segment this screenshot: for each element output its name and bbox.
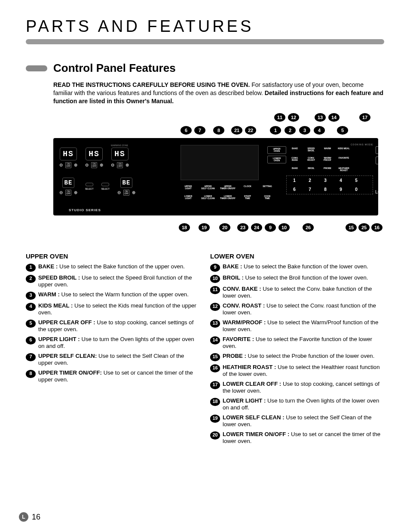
feature-term: FAVORITE : [223,336,254,342]
feature-badge: 6 [26,336,36,344]
minus-icon: ⊖ [117,190,121,195]
feature-term: LOWER CLEAR OFF : [223,381,281,387]
feature-text: UPPER TIMER ON/OFF: Use to set or cancel… [38,369,200,384]
feature-term: BAKE : [223,263,242,270]
lower-oven-column: LOWER OVEN 9BAKE : Use to select the Bak… [210,249,384,448]
broil-btn-lower: BROIL [303,166,319,173]
feature-badge: 9 [210,264,220,272]
callout-4: 4 [314,126,325,135]
lower-oven-mode-row1: LOWEROVEN CONV.BAKE CONV.ROAST WARM/PROO… [267,156,373,163]
lower-oven-label: LOWEROVEN [267,156,286,163]
feature-item: 7UPPER SELF CLEAN: Use to select the Sel… [26,353,200,367]
feature-badge: 3 [26,292,36,300]
bake-btn: BAKE [287,146,303,154]
feature-badge: 15 [210,353,220,361]
feature-badge: 4 [26,303,36,311]
lower-clear-off-btn: LOWERCLEAR OFF [376,157,378,164]
studio-series-label: STUDIO SERIES [69,208,101,212]
callout-10: 10 [278,223,290,232]
callout-row-top-right-upper: 11 12 13 14 17 [274,113,370,122]
feature-item: 1BAKE : Use to select the Bake function … [26,263,200,272]
feature-item: 9BAKE : Use to select the Bake function … [210,263,384,272]
page-number: L 16 [19,512,40,522]
feature-desc: Use to select the Bake function of the l… [242,263,368,270]
onoff-btn-5: ONOFF [123,190,129,196]
callout-15: 15 [346,223,357,232]
callout-row-top-right-lower: 1 2 3 4 5 [270,126,348,135]
feature-badge: 20 [210,431,220,440]
control-panel: WARMING ZONE HS ⊖ONOFF⊕ HS ⊖ONOFF⊕ HS ⊖O… [53,138,378,215]
callout-5: 5 [337,126,348,135]
num-5: 5 [349,176,364,185]
feature-term: PROBE : [223,353,246,359]
minus-icon: ⊖ [85,163,89,167]
callout-23: 23 [237,223,248,232]
upper-light-btn: UPPERLIGHT [181,185,196,190]
callout-row-bottom-left: 18 19 20 23 24 9 10 [179,223,290,232]
kids-meal-btn: KIDS MEAL [336,146,352,154]
onoff-btn-1: ONOFF [65,162,71,168]
cook-time-btn: COOKTIME [260,195,275,200]
feature-item: 10BROIL : Use to select the Broil functi… [210,274,384,283]
conv-bake-btn: CONV.BAKE [287,156,303,163]
lg-logo-icon: L [19,512,28,522]
healthier-roast-btn: HEATHIERROAST [336,166,352,173]
favorite-btn: FAVORITE [336,156,352,163]
feature-term: BROIL : [223,274,244,281]
feature-text: LOWER CLEAR OFF : Use to stop cooking, c… [223,381,384,395]
num-7: 7 [302,185,318,194]
num-2: 2 [302,176,318,185]
feature-badge: 1 [26,264,36,272]
callout-8: 8 [213,126,224,135]
feature-item: 3WARM : Use to select the Warm function … [26,291,200,300]
feature-badge: 8 [26,370,36,378]
feature-text: SPEED BROIL : Use to select the Speed Br… [38,274,200,289]
feature-badge: 11 [210,286,220,294]
feature-badge: 5 [26,320,36,328]
feature-badge: 18 [210,398,220,406]
burner-display-4: BE [62,178,75,188]
feature-text: CONV. ROAST : Use to select the Conv. ro… [223,302,384,317]
feature-text: WARM/PROOF : Use to select the Warm/Proo… [223,319,384,333]
feature-term: WARM : [38,291,60,298]
onoff-btn-4: ONOFF [65,190,71,196]
feature-text: BAKE : Use to select the Bake function o… [38,263,185,271]
select-label-2: SELECT [101,188,109,190]
num-1: 1 [287,176,302,185]
feature-desc: Use to select the Warm function of the u… [60,291,189,298]
lower-oven-heading: LOWER OVEN [210,252,384,260]
num-3: 3 [318,176,333,185]
lockout-label: LOCKOUT [375,188,378,197]
feature-text: UPPER CLEAR OFF : Use to stop cooking, c… [38,319,200,333]
lower-timer-btn: LOWERTIMER ON/OFF [220,195,236,200]
upper-oven-heading: UPPER OVEN [26,252,200,260]
feature-text: CONV. BAKE : Use to select the Conv. bak… [223,286,384,300]
feature-text: FAVORITE : Use to select the Favorite fu… [223,336,384,350]
feature-item: 4KIDS MEAL : Use to select the Kids meal… [26,302,200,317]
feature-item: 13WARM/PROOF : Use to select the Warm/Pr… [210,319,384,333]
feature-item: 15PROBE : Use to select the Probe functi… [210,353,384,361]
callout-26: 26 [303,223,314,232]
feature-term: CONV. BAKE : [223,286,261,292]
feature-item: 14FAVORITE : Use to select the Favorite … [210,336,384,350]
feature-term: BAKE : [38,263,58,270]
warming-zone-label: WARMING ZONE [59,144,180,147]
feature-term: LOWER LIGHT : [223,397,266,404]
lower-oven-mode-row2: BAKE BROIL PROBE HEATHIERROAST [267,166,373,173]
feature-term: CONV. ROAST : [223,302,265,309]
feature-text: BROIL : Use to select the Broil function… [223,274,368,282]
section-title: Control Panel Features [53,62,176,75]
feature-text: KIDS MEAL : Use to select the Kids meal … [38,302,200,317]
upper-clear-off-btn: UPPERCLEAR OFF [376,146,378,154]
feature-badge: 14 [210,336,220,344]
num-0: 0 [349,185,364,194]
feature-term: UPPER CLEAR OFF : [38,319,95,326]
plus-icon: ⊕ [125,163,129,167]
callout-row-bottom-center: 26 [303,223,314,232]
page-number-value: 16 [32,513,40,522]
feature-term: UPPER SELF CLEAN: [38,353,97,359]
callout-row-bottom-right: 15 25 16 [346,223,382,232]
callout-22: 22 [245,126,256,135]
page-title: PARTS AND FEATURES [26,17,384,36]
start-btn: START [375,178,378,188]
